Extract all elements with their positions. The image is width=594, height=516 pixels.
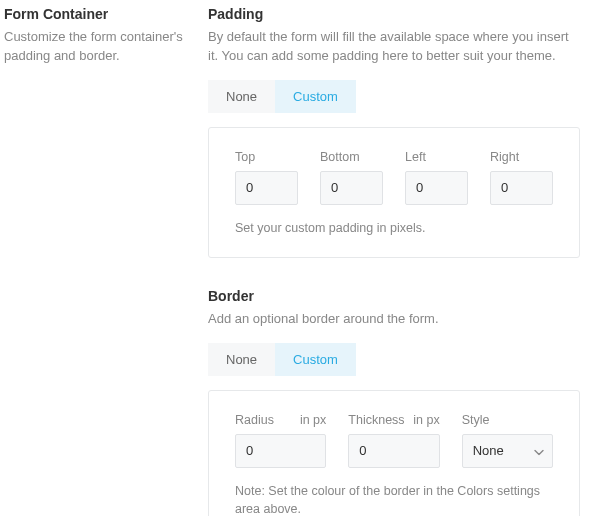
border-thickness-input[interactable]	[348, 434, 439, 468]
border-thickness-unit: in px	[413, 413, 439, 427]
padding-top-input[interactable]	[235, 171, 298, 205]
border-panel: Radius in px Thickness in px Style	[208, 390, 580, 516]
sidebar-title: Form Container	[4, 6, 192, 22]
padding-right-label: Right	[490, 150, 553, 164]
padding-bottom-field: Bottom	[320, 150, 383, 205]
border-thickness-label: Thickness	[348, 413, 404, 427]
border-note: Note: Set the colour of the border in th…	[235, 482, 553, 516]
border-radius-field: Radius in px	[235, 413, 326, 468]
sidebar-desc: Customize the form container's padding a…	[4, 28, 192, 66]
border-section: Border Add an optional border around the…	[208, 288, 580, 516]
border-title: Border	[208, 288, 580, 304]
padding-left-field: Left	[405, 150, 468, 205]
padding-note: Set your custom padding in pixels.	[235, 219, 553, 237]
padding-tab-none[interactable]: None	[208, 80, 275, 113]
padding-left-label: Left	[405, 150, 468, 164]
padding-top-label: Top	[235, 150, 298, 164]
padding-top-field: Top	[235, 150, 298, 205]
padding-desc: By default the form will fill the availa…	[208, 28, 580, 66]
padding-bottom-label: Bottom	[320, 150, 383, 164]
border-desc: Add an optional border around the form.	[208, 310, 580, 329]
settings-sidebar: Form Container Customize the form contai…	[4, 6, 208, 516]
border-tab-custom[interactable]: Custom	[275, 343, 356, 376]
padding-title: Padding	[208, 6, 580, 22]
border-radius-unit: in px	[300, 413, 326, 427]
padding-section: Padding By default the form will fill th…	[208, 6, 580, 258]
border-radius-input[interactable]	[235, 434, 326, 468]
border-style-label: Style	[462, 413, 553, 427]
padding-left-input[interactable]	[405, 171, 468, 205]
border-tabs: None Custom	[208, 343, 356, 376]
padding-panel: Top Bottom Left Right	[208, 127, 580, 258]
padding-right-input[interactable]	[490, 171, 553, 205]
padding-right-field: Right	[490, 150, 553, 205]
border-style-select[interactable]: None	[462, 434, 553, 468]
border-style-field: Style None	[462, 413, 553, 468]
border-thickness-field: Thickness in px	[348, 413, 439, 468]
settings-main: Padding By default the form will fill th…	[208, 6, 590, 516]
padding-bottom-input[interactable]	[320, 171, 383, 205]
border-radius-label: Radius	[235, 413, 274, 427]
padding-tabs: None Custom	[208, 80, 356, 113]
padding-tab-custom[interactable]: Custom	[275, 80, 356, 113]
border-tab-none[interactable]: None	[208, 343, 275, 376]
